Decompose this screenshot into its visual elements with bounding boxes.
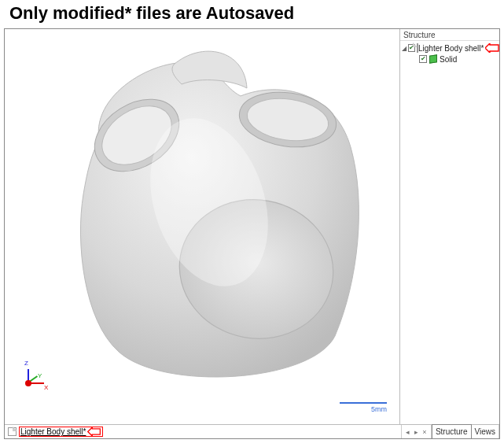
tab-views[interactable]: Views: [472, 425, 500, 438]
document-tab-label: Lighter Body shell*: [20, 427, 86, 436]
next-tab-icon[interactable]: ▸: [414, 428, 418, 436]
structure-panel: Structure ◢ ✔ Lighter Body shell* ✔ Soli…: [400, 29, 499, 424]
viewport-3d[interactable]: Z Y X 5mm: [5, 29, 400, 424]
tree-root-row[interactable]: ◢ ✔ Lighter Body shell*: [402, 42, 498, 54]
document-icon: [8, 427, 17, 436]
model-body: [44, 45, 374, 391]
close-tab-icon[interactable]: ×: [422, 428, 426, 436]
collapse-icon[interactable]: ◢: [402, 45, 407, 52]
workspace-body: Z Y X 5mm Structure ◢ ✔ Lighter Body she…: [5, 29, 499, 425]
structure-header: Structure: [400, 29, 499, 41]
bottom-bar: Lighter Body shell* ◂ ▸ × Structure View…: [5, 425, 499, 438]
axis-x-label: X: [44, 384, 48, 391]
tree-child-row[interactable]: ✔ Solid: [402, 54, 498, 65]
tree-root-label: Lighter Body shell*: [418, 44, 484, 53]
scale-bar: 5mm: [340, 402, 387, 413]
page-title: Only modified* files are Autosaved: [0, 0, 504, 24]
tree-child-label: Solid: [440, 55, 457, 64]
workspace: Z Y X 5mm Structure ◢ ✔ Lighter Body she…: [4, 28, 500, 439]
solid-icon: [429, 54, 438, 64]
axis-y-label: Y: [38, 372, 42, 379]
structure-tree: ◢ ✔ Lighter Body shell* ✔ Solid: [400, 41, 499, 66]
tab-structure[interactable]: Structure: [432, 424, 472, 438]
tab-nav[interactable]: ◂ ▸ ×: [402, 425, 432, 438]
checkbox-solid[interactable]: ✔: [419, 55, 427, 63]
document-tab[interactable]: Lighter Body shell*: [5, 425, 402, 438]
annotation-arrow-icon: [485, 43, 499, 53]
prev-tab-icon[interactable]: ◂: [406, 428, 410, 436]
axis-z-label: Z: [24, 360, 28, 367]
annotation-arrow-icon: [87, 427, 101, 436]
scale-label: 5mm: [340, 405, 387, 413]
axis-triad[interactable]: Z Y X: [14, 358, 50, 394]
